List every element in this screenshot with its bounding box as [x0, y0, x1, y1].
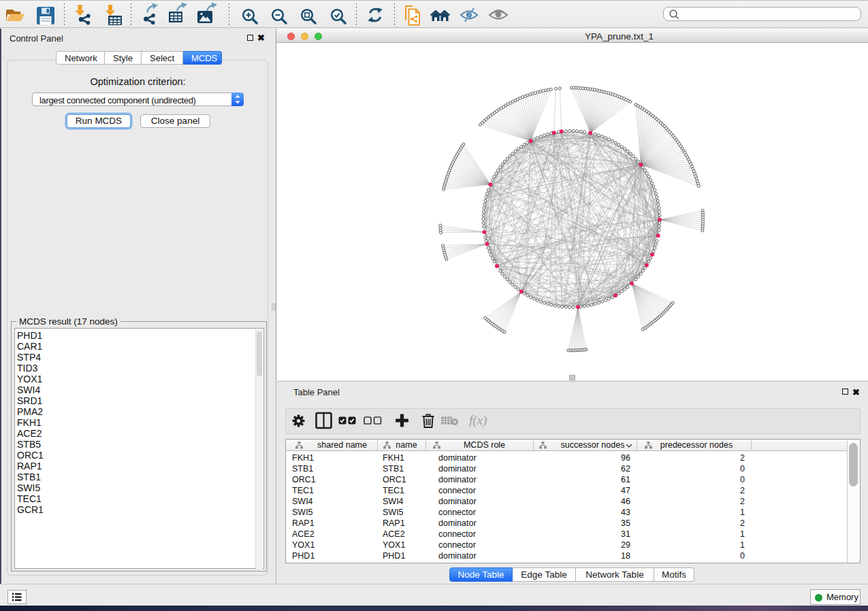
svg-text:f(x): f(x): [469, 413, 487, 428]
